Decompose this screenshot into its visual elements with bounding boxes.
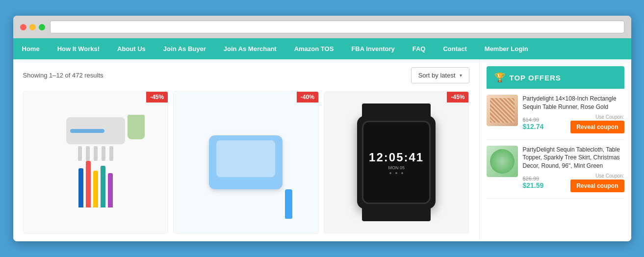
discount-badge-2: -40% [297, 92, 318, 103]
sort-label: Sort by latest [418, 72, 456, 79]
discount-badge-3: -45% [447, 92, 468, 103]
results-count: Showing 1–12 of 472 results [23, 72, 103, 79]
products-section: Showing 1–12 of 472 results Sort by late… [13, 59, 479, 241]
use-coupon-label-1: Use Coupon: [595, 114, 624, 120]
sidebar-item-home[interactable]: Home [13, 38, 49, 59]
watch-visual: 12:05:41 MON 05 [357, 116, 436, 209]
product-image-1 [24, 92, 168, 233]
sidebar-item-about-us[interactable]: About Us [108, 38, 155, 59]
product-card-1[interactable]: -45% [23, 91, 169, 233]
original-price-1: $14.99 [523, 117, 544, 123]
navbar: Home How It Works! About Us Join As Buye… [13, 38, 631, 59]
watch-time-display: 12:05:41 [369, 151, 424, 164]
discount-badge-1: -45% [146, 92, 168, 103]
results-header: Showing 1–12 of 472 results Sort by late… [23, 67, 469, 83]
trophy-icon: 🏆 [494, 72, 506, 83]
offer-pricing-2: $26.99 $21.59 Use Coupon: Reveal coupon [523, 173, 624, 192]
offer-item-1: Partydelight 14×108-Inch Rectangle Sequi… [487, 89, 624, 140]
watch-date-display: MON 05 [388, 165, 405, 170]
use-coupon-label-2: Use Coupon: [595, 173, 624, 179]
sidebar-item-fba-inventory[interactable]: FBA Inventory [342, 38, 403, 59]
site-content: Home How It Works! About Us Join As Buye… [13, 38, 631, 241]
browser-chrome [13, 16, 631, 38]
reveal-coupon-button-1[interactable]: Reveal coupon [570, 121, 624, 133]
address-bar[interactable] [50, 21, 624, 33]
product-card-2[interactable]: -40% [173, 91, 319, 233]
offer-image-1 [487, 95, 518, 126]
uv-box-visual [209, 135, 283, 189]
offer-prices-1: $14.99 $12.74 [523, 117, 544, 130]
sidebar-item-join-as-buyer[interactable]: Join As Buyer [155, 38, 215, 59]
offer-prices-2: $26.99 $21.59 [523, 176, 544, 189]
offer-item-2: PartyDelight Sequin Tablecloth, Table To… [487, 140, 624, 199]
sidebar-item-how-it-works[interactable]: How It Works! [49, 38, 108, 59]
sidebar-item-faq[interactable]: FAQ [404, 38, 435, 59]
offer-image-2 [487, 146, 518, 177]
minimize-button[interactable] [29, 24, 36, 30]
original-price-2: $26.99 [523, 176, 544, 181]
sort-dropdown[interactable]: Sort by latest ▾ [411, 67, 469, 83]
offer-details-1: Partydelight 14×108-Inch Rectangle Sequi… [523, 95, 624, 133]
coupon-section-2: Use Coupon: Reveal coupon [570, 173, 624, 192]
offer-title-2: PartyDelight Sequin Tablecloth, Table To… [523, 146, 624, 170]
sidebar-item-member-login[interactable]: Member Login [476, 38, 537, 59]
offer-pricing-1: $14.99 $12.74 Use Coupon: Reveal coupon [523, 114, 624, 133]
coupon-section-1: Use Coupon: Reveal coupon [570, 114, 624, 133]
sidebar-item-join-as-merchant[interactable]: Join As Merchant [215, 38, 285, 59]
reveal-coupon-button-2[interactable]: Reveal coupon [570, 180, 624, 192]
sidebar: 🏆 TOP OFFERS Partydelight 14×108-Inch Re… [479, 59, 631, 241]
product-card-3[interactable]: -45% 12:05:41 MON 05 [324, 91, 469, 233]
maximize-button[interactable] [39, 24, 45, 30]
sale-price-2: $21.59 [523, 181, 544, 189]
top-offers-title: TOP OFFERS [510, 74, 561, 82]
sale-price-1: $12.74 [523, 123, 544, 130]
close-button[interactable] [20, 24, 26, 30]
sidebar-item-contact[interactable]: Contact [434, 38, 475, 59]
product-image-3: 12:05:41 MON 05 [324, 92, 469, 233]
main-area: Showing 1–12 of 472 results Sort by late… [13, 59, 631, 241]
top-offers-header: 🏆 TOP OFFERS [487, 66, 624, 89]
browser-window: Home How It Works! About Us Join As Buye… [13, 16, 631, 241]
offer-details-2: PartyDelight Sequin Tablecloth, Table To… [523, 146, 624, 192]
offer-title-1: Partydelight 14×108-Inch Rectangle Sequi… [523, 95, 624, 111]
products-grid: -45% [23, 91, 469, 233]
sidebar-item-amazon-tos[interactable]: Amazon TOS [285, 38, 343, 59]
traffic-lights [20, 24, 45, 30]
product-image-2 [174, 92, 318, 233]
toothbrush-holder-visual [47, 103, 145, 221]
chevron-down-icon: ▾ [460, 73, 462, 78]
